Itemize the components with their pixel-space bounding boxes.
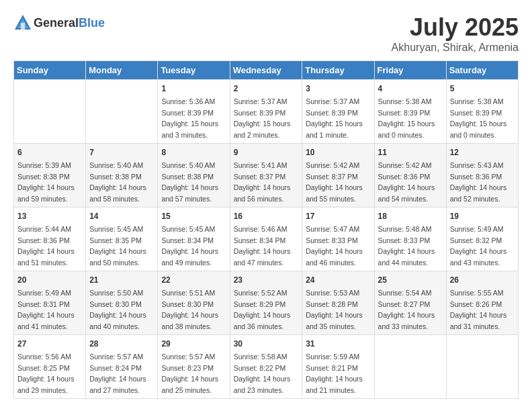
day-number: 11 [378,146,443,158]
calendar-cell: 17Sunrise: 5:47 AM Sunset: 8:33 PM Dayli… [302,208,374,271]
day-number: 21 [89,274,154,286]
calendar-cell: 14Sunrise: 5:45 AM Sunset: 8:35 PM Dayli… [86,208,158,271]
day-info: Sunrise: 5:50 AM Sunset: 8:30 PM Dayligh… [89,289,146,330]
day-info: Sunrise: 5:56 AM Sunset: 8:25 PM Dayligh… [17,353,75,394]
calendar-cell: 26Sunrise: 5:55 AM Sunset: 8:26 PM Dayli… [446,271,518,335]
day-info: Sunrise: 5:49 AM Sunset: 8:32 PM Dayligh… [450,225,507,267]
svg-rect-2 [21,23,25,30]
day-number: 2 [234,83,299,95]
calendar-week-row: 1Sunrise: 5:36 AM Sunset: 8:39 PM Daylig… [14,80,519,144]
day-number: 28 [89,338,154,350]
calendar-cell: 16Sunrise: 5:46 AM Sunset: 8:34 PM Dayli… [230,208,302,271]
day-info: Sunrise: 5:51 AM Sunset: 8:30 PM Dayligh… [161,289,218,330]
day-number: 22 [161,274,226,286]
calendar-cell: 9Sunrise: 5:41 AM Sunset: 8:37 PM Daylig… [230,144,302,208]
day-info: Sunrise: 5:36 AM Sunset: 8:39 PM Dayligh… [161,97,218,139]
day-of-week-header: Sunday [14,61,86,80]
day-info: Sunrise: 5:58 AM Sunset: 8:22 PM Dayligh… [234,353,291,394]
day-info: Sunrise: 5:43 AM Sunset: 8:36 PM Dayligh… [450,161,507,203]
calendar-header-row: SundayMondayTuesdayWednesdayThursdayFrid… [14,61,519,80]
day-info: Sunrise: 5:40 AM Sunset: 8:38 PM Dayligh… [161,161,218,203]
day-info: Sunrise: 5:48 AM Sunset: 8:33 PM Dayligh… [378,225,435,267]
calendar-cell [446,335,518,399]
day-info: Sunrise: 5:44 AM Sunset: 8:36 PM Dayligh… [17,225,75,267]
calendar-cell: 8Sunrise: 5:40 AM Sunset: 8:38 PM Daylig… [158,144,230,208]
day-number: 20 [17,274,82,286]
day-number: 5 [450,83,515,95]
day-info: Sunrise: 5:42 AM Sunset: 8:36 PM Dayligh… [378,161,435,203]
day-of-week-header: Friday [374,61,446,80]
calendar-cell [374,335,446,399]
day-number: 13 [17,210,82,222]
location-title: Akhuryan, Shirak, Armenia [392,42,519,54]
day-number: 10 [306,146,370,158]
calendar-cell: 28Sunrise: 5:57 AM Sunset: 8:24 PM Dayli… [86,335,158,399]
day-number: 30 [234,338,299,350]
day-number: 27 [17,338,82,350]
day-number: 3 [306,83,370,95]
calendar-cell: 25Sunrise: 5:54 AM Sunset: 8:27 PM Dayli… [374,271,446,335]
day-of-week-header: Wednesday [230,61,302,80]
calendar-cell: 24Sunrise: 5:53 AM Sunset: 8:28 PM Dayli… [302,271,374,335]
day-number: 29 [161,338,226,350]
day-info: Sunrise: 5:53 AM Sunset: 8:28 PM Dayligh… [306,289,363,330]
calendar-week-row: 20Sunrise: 5:49 AM Sunset: 8:31 PM Dayli… [14,271,519,335]
day-number: 15 [161,210,226,222]
day-info: Sunrise: 5:40 AM Sunset: 8:38 PM Dayligh… [89,161,146,203]
day-number: 31 [306,338,370,350]
day-number: 14 [89,210,154,222]
day-number: 1 [161,83,226,95]
calendar-cell: 18Sunrise: 5:48 AM Sunset: 8:33 PM Dayli… [374,208,446,271]
day-info: Sunrise: 5:52 AM Sunset: 8:29 PM Dayligh… [234,289,291,330]
day-info: Sunrise: 5:42 AM Sunset: 8:37 PM Dayligh… [306,161,363,203]
calendar-cell: 3Sunrise: 5:37 AM Sunset: 8:39 PM Daylig… [302,80,374,144]
calendar-cell: 23Sunrise: 5:52 AM Sunset: 8:29 PM Dayli… [230,271,302,335]
calendar-cell: 20Sunrise: 5:49 AM Sunset: 8:31 PM Dayli… [14,271,86,335]
day-of-week-header: Thursday [302,61,374,80]
calendar-cell: 22Sunrise: 5:51 AM Sunset: 8:30 PM Dayli… [158,271,230,335]
day-of-week-header: Saturday [446,61,518,80]
calendar-cell: 10Sunrise: 5:42 AM Sunset: 8:37 PM Dayli… [302,144,374,208]
day-number: 26 [450,274,515,286]
calendar-cell: 4Sunrise: 5:38 AM Sunset: 8:39 PM Daylig… [374,80,446,144]
day-info: Sunrise: 5:54 AM Sunset: 8:27 PM Dayligh… [378,289,435,330]
day-info: Sunrise: 5:55 AM Sunset: 8:26 PM Dayligh… [450,289,507,330]
calendar-cell: 15Sunrise: 5:45 AM Sunset: 8:34 PM Dayli… [158,208,230,271]
logo: GeneralBlue [13,13,105,32]
day-number: 17 [306,210,370,222]
day-info: Sunrise: 5:46 AM Sunset: 8:34 PM Dayligh… [234,225,291,267]
calendar-cell [14,80,86,144]
calendar-cell: 19Sunrise: 5:49 AM Sunset: 8:32 PM Dayli… [446,208,518,271]
calendar-cell: 11Sunrise: 5:42 AM Sunset: 8:36 PM Dayli… [374,144,446,208]
calendar-table: SundayMondayTuesdayWednesdayThursdayFrid… [13,60,519,399]
calendar-cell: 31Sunrise: 5:59 AM Sunset: 8:21 PM Dayli… [302,335,374,399]
calendar-cell [86,80,158,144]
day-number: 24 [306,274,370,286]
calendar-cell: 5Sunrise: 5:38 AM Sunset: 8:39 PM Daylig… [446,80,518,144]
day-number: 12 [450,146,515,158]
day-info: Sunrise: 5:57 AM Sunset: 8:24 PM Dayligh… [89,353,146,394]
day-of-week-header: Tuesday [158,61,230,80]
day-info: Sunrise: 5:38 AM Sunset: 8:39 PM Dayligh… [450,97,507,139]
day-info: Sunrise: 5:37 AM Sunset: 8:39 PM Dayligh… [234,97,291,139]
calendar-week-row: 6Sunrise: 5:39 AM Sunset: 8:38 PM Daylig… [14,144,519,208]
calendar-week-row: 13Sunrise: 5:44 AM Sunset: 8:36 PM Dayli… [14,208,519,271]
title-block: July 2025 Akhuryan, Shirak, Armenia [392,13,519,54]
day-info: Sunrise: 5:47 AM Sunset: 8:33 PM Dayligh… [306,225,363,267]
calendar-cell: 13Sunrise: 5:44 AM Sunset: 8:36 PM Dayli… [14,208,86,271]
day-number: 4 [378,83,443,95]
day-info: Sunrise: 5:59 AM Sunset: 8:21 PM Dayligh… [306,353,363,394]
calendar-cell: 12Sunrise: 5:43 AM Sunset: 8:36 PM Dayli… [446,144,518,208]
calendar-cell: 21Sunrise: 5:50 AM Sunset: 8:30 PM Dayli… [86,271,158,335]
calendar-cell: 29Sunrise: 5:57 AM Sunset: 8:23 PM Dayli… [158,335,230,399]
calendar-cell: 30Sunrise: 5:58 AM Sunset: 8:22 PM Dayli… [230,335,302,399]
day-of-week-header: Monday [86,61,158,80]
day-info: Sunrise: 5:39 AM Sunset: 8:38 PM Dayligh… [17,161,75,203]
day-number: 9 [234,146,299,158]
day-number: 23 [234,274,299,286]
calendar-cell: 27Sunrise: 5:56 AM Sunset: 8:25 PM Dayli… [14,335,86,399]
day-number: 16 [234,210,299,222]
day-number: 7 [89,146,154,158]
day-info: Sunrise: 5:38 AM Sunset: 8:39 PM Dayligh… [378,97,435,139]
month-title: July 2025 [392,13,519,42]
